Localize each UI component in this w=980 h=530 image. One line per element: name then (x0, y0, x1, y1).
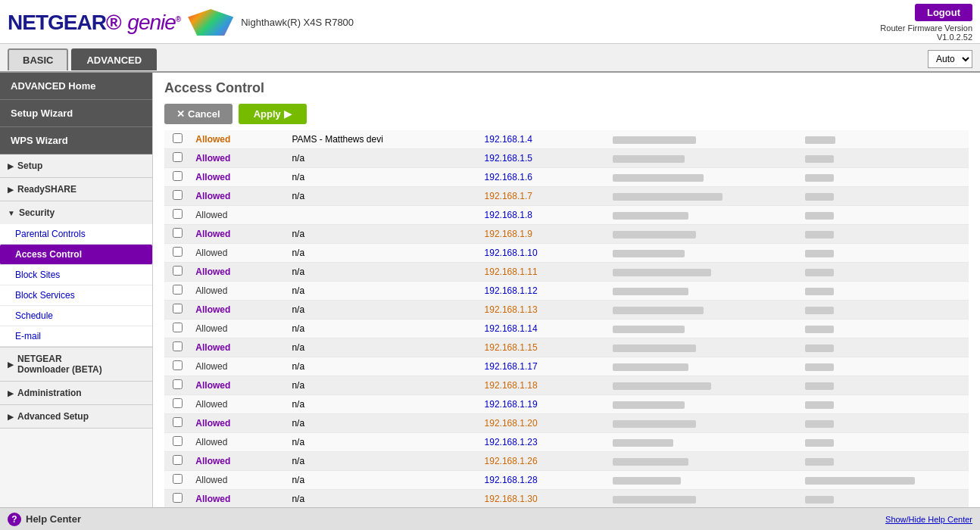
mac-address (613, 363, 688, 371)
device-table: AllowedPAMS - Matthews devi192.168.1.4Al… (164, 130, 969, 507)
row-checkbox[interactable] (173, 436, 183, 446)
table-row: Allowedn/a192.168.1.13 (164, 301, 969, 320)
row-checkbox[interactable] (173, 285, 183, 295)
table-row: Allowed192.168.1.8 (164, 206, 969, 225)
status-label[interactable]: Allowed (195, 153, 230, 164)
sidebar-downloader-label: NETGEAR Downloader (BETA) (17, 354, 102, 375)
logout-button[interactable]: Logout (915, 4, 972, 21)
device-name: n/a (287, 395, 479, 414)
status-label[interactable]: Allowed (195, 380, 230, 391)
row-checkbox[interactable] (173, 455, 183, 465)
show-hide-help-link[interactable]: Show/Hide Help Center (885, 515, 972, 524)
row-checkbox[interactable] (173, 323, 183, 332)
sidebar-administration-header[interactable]: ▶ Administration (0, 382, 152, 404)
status-label[interactable]: Allowed (195, 304, 230, 315)
status-label[interactable]: Allowed (195, 475, 227, 485)
sidebar-item-schedule[interactable]: Schedule (0, 306, 152, 326)
apply-button[interactable]: Apply ▶ (239, 104, 307, 124)
sidebar-item-parental-controls[interactable]: Parental Controls (0, 224, 152, 245)
row-checkbox[interactable] (173, 304, 183, 313)
row-checkbox[interactable] (173, 133, 183, 143)
device-name: n/a (287, 187, 479, 206)
ip-address: 192.168.1.17 (485, 361, 538, 372)
ip-address: 192.168.1.19 (485, 399, 538, 410)
sidebar-item-access-control[interactable]: Access Control (0, 245, 152, 265)
sidebar-item-block-services[interactable]: Block Services (0, 285, 152, 306)
sidebar-item-email[interactable]: E-mail (0, 326, 152, 347)
sidebar-administration-label: Administration (17, 388, 82, 398)
sidebar-setup-header[interactable]: ▶ Setup (0, 154, 152, 177)
table-row: Allowedn/a192.168.1.20 (164, 414, 969, 433)
status-label[interactable]: Allowed (195, 210, 227, 220)
mac-address (613, 212, 688, 220)
row-checkbox[interactable] (173, 190, 183, 200)
status-label[interactable]: Allowed (195, 248, 227, 258)
sidebar-setup-label: Setup (17, 161, 42, 171)
status-label[interactable]: Allowed (195, 323, 227, 334)
sidebar-item-block-sites[interactable]: Block Sites (0, 265, 152, 285)
apply-arrow-icon: ▶ (284, 108, 292, 120)
sidebar-netgear-downloader-header[interactable]: ▶ NETGEAR Downloader (BETA) (0, 348, 152, 381)
table-row: Allowedn/a192.168.1.18 (164, 376, 969, 395)
sidebar-advanced-home[interactable]: ADVANCED Home (0, 73, 152, 100)
row-checkbox[interactable] (173, 417, 183, 427)
row-checkbox[interactable] (173, 152, 183, 162)
auto-select[interactable]: Auto (928, 50, 972, 68)
logo-netgear: NETGEAR® genie® (8, 11, 180, 35)
status-label[interactable]: Allowed (195, 229, 230, 239)
ip-address: 192.168.1.8 (485, 210, 532, 220)
status-label[interactable]: Allowed (195, 456, 230, 466)
status-label[interactable]: Allowed (195, 399, 227, 410)
status-label[interactable]: Allowed (195, 437, 227, 447)
row-checkbox[interactable] (173, 247, 183, 257)
sidebar-setup-wizard[interactable]: Setup Wizard (0, 100, 152, 127)
status-label[interactable]: Allowed (195, 285, 227, 296)
connection-type (805, 288, 834, 295)
status-label[interactable]: Allowed (195, 494, 230, 504)
row-checkbox[interactable] (173, 341, 183, 351)
connection-type (805, 250, 834, 257)
status-label[interactable]: Allowed (195, 361, 227, 372)
setup-arrow-icon: ▶ (8, 162, 14, 170)
tab-basic[interactable]: BASIC (8, 48, 68, 70)
status-label[interactable]: Allowed (195, 191, 230, 201)
row-checkbox[interactable] (173, 379, 183, 389)
status-label[interactable]: Allowed (195, 172, 230, 182)
status-label[interactable]: Allowed (195, 134, 230, 145)
downloader-arrow-icon: ▶ (8, 360, 14, 369)
connection-type (805, 458, 834, 466)
sidebar-section-security: ▼ Security Parental Controls Access Cont… (0, 201, 152, 348)
sidebar-wps-wizard[interactable]: WPS Wizard (0, 127, 152, 154)
row-checkbox[interactable] (173, 360, 183, 370)
sidebar-section-setup: ▶ Setup (0, 154, 152, 178)
mac-address (613, 155, 685, 163)
cancel-x-icon: ✕ (176, 108, 185, 120)
device-name: n/a (287, 452, 479, 471)
status-label[interactable]: Allowed (195, 267, 230, 277)
connection-type (805, 269, 834, 276)
row-checkbox[interactable] (173, 228, 183, 238)
connection-type (805, 363, 834, 371)
sidebar-advanced-setup-header[interactable]: ▶ Advanced Setup (0, 405, 152, 428)
connection-type (805, 420, 834, 428)
status-label[interactable]: Allowed (195, 418, 230, 429)
mac-address (613, 193, 723, 201)
table-row: Allowedn/a192.168.1.5 (164, 149, 969, 168)
row-checkbox[interactable] (173, 171, 183, 181)
row-checkbox[interactable] (173, 398, 183, 408)
tab-advanced[interactable]: ADVANCED (71, 48, 157, 70)
ip-address: 192.168.1.7 (485, 191, 532, 201)
cancel-button[interactable]: ✕ Cancel (164, 104, 233, 124)
sidebar-readyshare-header[interactable]: ▶ ReadySHARE (0, 178, 152, 201)
row-checkbox[interactable] (173, 266, 183, 276)
table-row: AllowedPAMS - Matthews devi192.168.1.4 (164, 130, 969, 149)
row-checkbox[interactable] (173, 493, 183, 503)
device-name: n/a (287, 225, 479, 244)
mac-address (613, 496, 696, 504)
sidebar-readyshare-label: ReadySHARE (17, 184, 76, 195)
status-label[interactable]: Allowed (195, 342, 230, 353)
sidebar-security-header[interactable]: ▼ Security (0, 201, 152, 224)
ip-address: 192.168.1.4 (485, 134, 532, 145)
row-checkbox[interactable] (173, 209, 183, 219)
row-checkbox[interactable] (173, 474, 183, 484)
